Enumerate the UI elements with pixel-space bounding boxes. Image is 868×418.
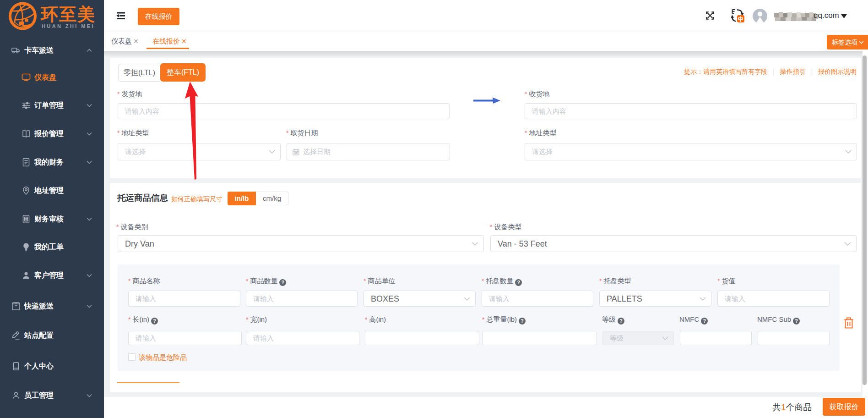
svg-text:中: 中 [738, 16, 744, 22]
